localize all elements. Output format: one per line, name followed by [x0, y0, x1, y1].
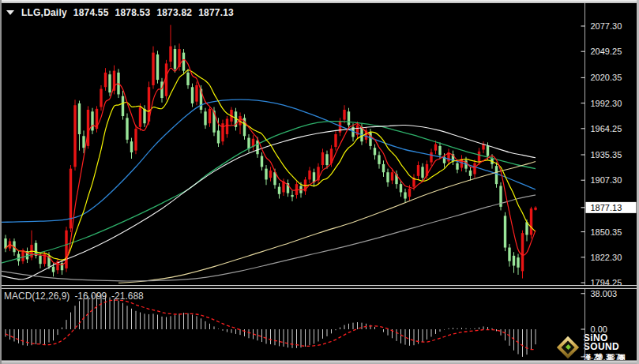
- svg-text:1935.35: 1935.35: [591, 150, 622, 159]
- svg-text:2077.30: 2077.30: [591, 21, 622, 31]
- symbol-timeframe: LLG,Daily: [21, 7, 67, 18]
- ma-gray: [2, 195, 536, 281]
- svg-text:1850.35: 1850.35: [591, 227, 622, 237]
- svg-text:1877.13: 1877.13: [591, 203, 622, 212]
- current-price-label: 1877.13: [581, 202, 637, 213]
- svg-text:1907.30: 1907.30: [591, 175, 622, 185]
- svg-text:1822.30: 1822.30: [591, 253, 622, 262]
- price-chart[interactable]: 2077.302049.252020.351992.301964.251935.…: [0, 0, 639, 364]
- chart-title: LLG,Daily 1874.55 1878.53 1873.82 1877.1…: [6, 7, 234, 18]
- ohlc-close: 1877.13: [198, 7, 234, 18]
- panel-divider[interactable]: [0, 285, 639, 289]
- indicator-label: MACD(12,26,9) -16.099 -21.688: [4, 291, 148, 302]
- candles-layer: [4, 25, 536, 279]
- svg-text:2049.25: 2049.25: [591, 47, 622, 56]
- svg-text:38.003: 38.003: [591, 289, 618, 298]
- ma-khaki: [118, 161, 536, 283]
- window-edge-left: [0, 0, 2, 364]
- window-edge-bottom: [0, 360, 639, 364]
- svg-text:0.00: 0.00: [591, 325, 607, 334]
- window-edge-top: [0, 0, 639, 3]
- symbol-marker-icon: [6, 10, 14, 15]
- ma-lines-layer: [2, 60, 536, 283]
- indicator-name: MACD(12,26,9): [4, 291, 70, 302]
- price-axis[interactable]: 2077.302049.252020.351992.301964.251935.…: [581, 21, 622, 287]
- svg-text:2020.35: 2020.35: [591, 73, 622, 82]
- macd-axis[interactable]: 38.0030.00-29.337: [581, 289, 620, 362]
- svg-text:1992.30: 1992.30: [591, 99, 622, 108]
- ma-red: [6, 60, 536, 265]
- chart-window: 2077.302049.252020.351992.301964.251935.…: [0, 0, 639, 364]
- macd-histogram: [6, 294, 536, 357]
- indicator-macd-value: -16.099: [74, 291, 107, 302]
- svg-text:1964.25: 1964.25: [591, 124, 622, 133]
- ohlc-high: 1878.53: [115, 7, 151, 18]
- indicator-signal-value: -21.688: [111, 291, 144, 302]
- ohlc-low: 1873.82: [156, 7, 192, 18]
- ohlc-open: 1874.55: [73, 7, 109, 18]
